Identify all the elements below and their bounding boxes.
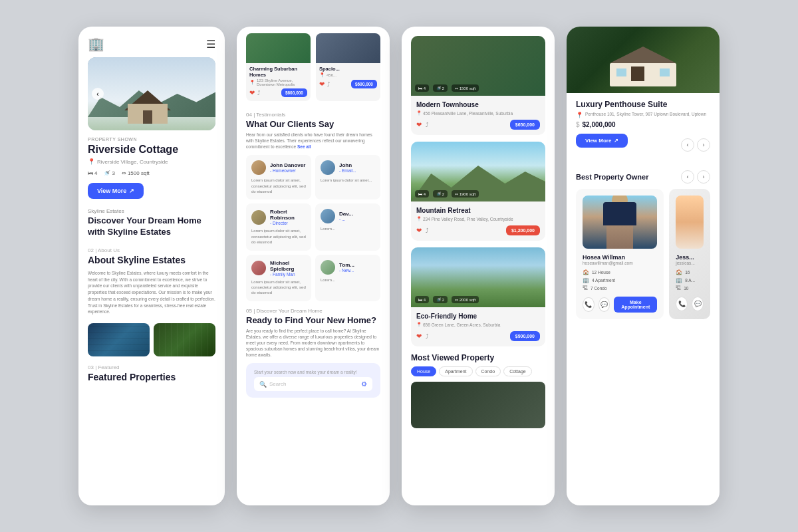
- owner-1-photo: [583, 196, 657, 249]
- t4-text: Lorem...: [321, 226, 375, 231]
- heart-button-2[interactable]: ❤: [319, 80, 325, 88]
- t4-avatar: [321, 209, 335, 223]
- t2-role: - Email...: [339, 168, 356, 173]
- price-button-1[interactable]: $600,000: [281, 88, 307, 97]
- owner-1-actions: 📞 💬 Make Appointment: [583, 297, 657, 313]
- eco-price[interactable]: $900,000: [510, 331, 540, 341]
- penthouse-image: [567, 27, 720, 93]
- search-input-row[interactable]: 🔍 Search ⚙: [254, 377, 372, 391]
- next-owner-arrow[interactable]: ›: [697, 170, 710, 184]
- about-title: About Skyline Estates: [78, 255, 225, 270]
- best-owner-title: Best Property Owner: [576, 173, 648, 181]
- owner-1-name: Hosea Willman: [583, 254, 657, 261]
- search-input[interactable]: Search: [269, 381, 358, 387]
- t6-info: Tom... - New...: [339, 262, 354, 273]
- t6-avatar: [321, 260, 335, 275]
- featured-title: Featured Properties: [78, 372, 225, 382]
- t2-name: John: [339, 162, 356, 168]
- search-icon: 🔍: [259, 381, 267, 388]
- tab-cottage[interactable]: Cottage: [503, 366, 532, 376]
- apt-icon: 🏢: [583, 277, 589, 283]
- t3-role: - Director: [270, 221, 306, 225]
- apt-icon-2: 🏢: [676, 277, 682, 283]
- next-arrow-p[interactable]: ›: [697, 138, 710, 152]
- call-button[interactable]: 📞: [583, 297, 595, 312]
- heart-button[interactable]: ❤: [249, 89, 255, 96]
- testimonials-title: What Our Clients Say: [237, 119, 390, 132]
- eco-body: Eco-Friendly Home 📍 656 Green Lane, Gree…: [411, 307, 545, 346]
- prev-owner-arrow[interactable]: ‹: [681, 170, 694, 184]
- filter-icon[interactable]: ⚙: [361, 380, 367, 388]
- stat-apt-2: 🏢 8 A...: [676, 277, 704, 283]
- townhouse-stats: 🛏 4 🚿 2 ⇔ 1500 sqft: [415, 84, 479, 92]
- t2-avatar: [321, 160, 335, 175]
- view-more-btn-p[interactable]: View More ↗: [576, 134, 628, 148]
- t1-name: John Danover: [270, 162, 305, 168]
- tab-house[interactable]: House: [411, 366, 436, 376]
- phone-card-1: 🏢 ☰ ‹ Property Shown Riverside Cottage 📍…: [78, 27, 225, 505]
- t6-header: Tom... - New...: [321, 260, 375, 275]
- mini-prop-2-image: [316, 33, 380, 63]
- t3-name: Robert Robinson: [270, 209, 306, 221]
- property-thumbnails: [78, 323, 225, 364]
- t3-text: Lorem ipsum dolor sit amet, consectetur …: [251, 228, 306, 245]
- share-button-2[interactable]: ⤴: [327, 81, 331, 88]
- t1-role: - Homeowner: [270, 168, 305, 173]
- bath-icon: 🚿: [104, 170, 110, 176]
- townhouse-price[interactable]: $650,000: [510, 120, 540, 130]
- mountain-addr: 📍 234 Pine Valley Road, Pine Valley, Cou…: [416, 216, 540, 221]
- pin-icon-e: 📍: [416, 322, 422, 327]
- appointment-button[interactable]: Make Appointment: [614, 297, 657, 313]
- thumbnail-2: [154, 323, 215, 356]
- pin-icon-m: 📍: [416, 216, 422, 221]
- mountain-footer: ❤ ⤴ $1,200,000: [416, 225, 540, 235]
- heart-btn-e[interactable]: ❤: [416, 332, 422, 340]
- share-btn-e[interactable]: ⤴: [426, 333, 429, 340]
- heart-btn-t[interactable]: ❤: [416, 121, 422, 128]
- townhouse-footer: ❤ ⤴ $650,000: [416, 120, 540, 130]
- pin-icon-small2: 📍: [319, 72, 325, 78]
- view-more-button[interactable]: View More ↗: [88, 183, 144, 199]
- mini-prop-2-footer: ❤ ⤴ $600,000: [316, 80, 380, 88]
- t5-info: Michael Spielberg - Family Man: [270, 260, 306, 277]
- property-card-townhouse: 🛏 4 🚿 2 ⇔ 1500 sqft Modern Townhouse 📍 4…: [411, 36, 545, 135]
- t3-info: Robert Robinson - Director: [270, 209, 306, 225]
- owner-1-email: hoseawillman@gmail.com: [583, 261, 657, 265]
- penthouse-price: $2,000,000: [583, 121, 616, 128]
- t5-header: Michael Spielberg - Family Man: [251, 260, 306, 277]
- property-card-mountain: 🛏 4 🚿 2 ⇔ 1900 sqft Mountain Retreat 📍 2…: [411, 142, 545, 241]
- most-viewed-title: Most Viewed Property: [411, 353, 545, 362]
- tab-apartment[interactable]: Apartment: [439, 366, 472, 376]
- share-button[interactable]: ⤴: [257, 90, 261, 96]
- message-button[interactable]: 💬: [598, 297, 610, 312]
- share-btn-m[interactable]: ⤴: [426, 227, 429, 234]
- beds-overlay-m: 🛏 4: [415, 190, 429, 198]
- t2-info: John - Email...: [339, 162, 356, 173]
- featured-properties-strip: Charming Suburban Homes 📍 123 Skyline Av…: [237, 27, 390, 106]
- prev-arrow-p[interactable]: ‹: [681, 138, 694, 152]
- find-home-section: 05 | Discover Your Dream Home Ready to F…: [237, 301, 390, 403]
- mountain-price[interactable]: $1,200,000: [506, 225, 540, 235]
- message-button-2[interactable]: 💬: [692, 297, 704, 311]
- hamburger-menu-icon[interactable]: ☰: [206, 38, 215, 51]
- call-button-2[interactable]: 📞: [676, 297, 688, 311]
- share-btn-t[interactable]: ⤴: [426, 122, 429, 128]
- property-title: Riverside Cottage: [78, 143, 225, 158]
- mountain-title: Mountain Retreat: [416, 207, 540, 214]
- mini-prop-2-addr: 📍 456...: [316, 72, 380, 80]
- price-button-2[interactable]: $600,000: [351, 80, 377, 88]
- mini-prop-1-footer: ❤ ⤴ $600,000: [246, 88, 311, 97]
- townhouse-actions: ❤ ⤴: [416, 121, 429, 128]
- owner-2-name: Jess...: [676, 254, 704, 261]
- baths-stat: 🚿 3: [104, 170, 114, 176]
- prev-arrow[interactable]: ‹: [92, 88, 104, 100]
- heart-share-1: ❤ ⤴: [249, 89, 261, 96]
- see-all-link[interactable]: See all: [297, 144, 311, 149]
- t3-header: Robert Robinson - Director: [251, 209, 306, 225]
- heart-btn-m[interactable]: ❤: [416, 227, 422, 234]
- property-card-eco: 🛏 4 🚿 2 ⇔ 2000 sqft Eco-Friendly Home 📍 …: [411, 247, 545, 346]
- t6-role: - New...: [339, 268, 354, 273]
- search-box: Start your search now and make your drea…: [246, 363, 380, 398]
- tab-condo[interactable]: Condo: [475, 366, 501, 376]
- eco-addr: 📍 656 Green Lane, Green Acres, Suburbia: [416, 322, 540, 327]
